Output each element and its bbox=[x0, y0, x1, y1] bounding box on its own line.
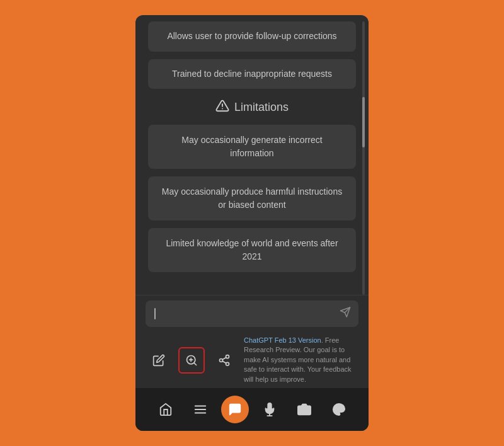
brand-name: ChatGPT Feb 13 Version bbox=[244, 336, 321, 344]
input-area bbox=[135, 295, 369, 331]
svg-point-18 bbox=[302, 408, 306, 412]
toolbar: ChatGPT Feb 13 Version. Free Research Pr… bbox=[135, 331, 369, 388]
limitation-item-2: May occasionally produce harmful instruc… bbox=[148, 176, 356, 220]
nav-chat-button[interactable] bbox=[221, 396, 249, 423]
nav-camera-button[interactable] bbox=[290, 396, 318, 423]
share-button[interactable] bbox=[211, 347, 238, 374]
send-icon[interactable] bbox=[340, 307, 351, 321]
input-cursor bbox=[154, 308, 156, 319]
search-button[interactable] bbox=[178, 347, 205, 374]
nav-palette-button[interactable] bbox=[325, 396, 353, 423]
limitation-item-3: Limited knowledge of world and events af… bbox=[148, 228, 356, 272]
limitation-item-1: May occasionally generate incorrect info… bbox=[148, 125, 356, 169]
bottom-nav bbox=[135, 388, 369, 431]
nav-menu-button[interactable] bbox=[186, 396, 214, 423]
svg-line-11 bbox=[222, 361, 226, 363]
svg-line-5 bbox=[194, 362, 197, 365]
scroll-area: Allows user to provide follow-up correct… bbox=[135, 15, 369, 295]
capability-item-1: Allows user to provide follow-up correct… bbox=[148, 21, 356, 52]
warning-icon bbox=[215, 99, 229, 116]
toolbar-info: ChatGPT Feb 13 Version. Free Research Pr… bbox=[244, 336, 358, 384]
scrollbar-thumb[interactable] bbox=[362, 97, 365, 147]
svg-line-12 bbox=[222, 357, 226, 359]
nav-mic-button[interactable] bbox=[256, 396, 284, 423]
input-box[interactable] bbox=[146, 300, 358, 327]
scrollbar-track[interactable] bbox=[362, 21, 365, 295]
phone-container: Allows user to provide follow-up correct… bbox=[135, 15, 369, 431]
edit-button[interactable] bbox=[146, 347, 172, 374]
limitations-title: Limitations bbox=[234, 101, 289, 114]
limitations-header: Limitations bbox=[148, 99, 356, 116]
capability-item-2: Trained to decline inappropriate request… bbox=[148, 59, 356, 89]
nav-home-button[interactable] bbox=[152, 396, 180, 423]
